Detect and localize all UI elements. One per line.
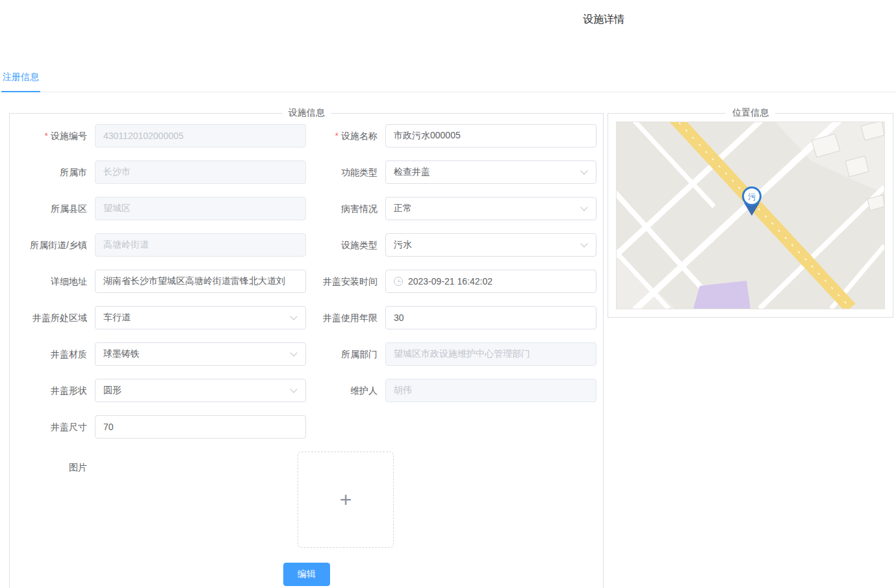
- cover-size-input[interactable]: 70: [95, 415, 306, 439]
- facility-info-panel: 设施信息 *设施编号4301120102000005所属市长沙市所属县区望城区所…: [9, 107, 604, 588]
- form-field-row: 井盖材质球墨铸铁: [10, 342, 306, 366]
- field-value: 70: [103, 422, 298, 432]
- field-value: 4301120102000005: [103, 131, 298, 141]
- street-input: 高塘岭街道: [95, 233, 306, 257]
- field-value: 胡伟: [394, 385, 588, 396]
- field-value: 长沙市: [103, 166, 298, 178]
- chevron-down-icon: [290, 349, 297, 356]
- field-value: 球墨铸铁: [103, 348, 286, 360]
- form-field-row: 井盖形状圆形: [10, 379, 306, 402]
- map-marker-label: 污: [748, 192, 756, 201]
- field-label: 病害情况: [306, 197, 385, 220]
- form-column-right: *设施名称市政污水000005功能类型检查井盖病害情况正常设施类型污水井盖安装时…: [306, 124, 597, 452]
- form-columns: *设施编号4301120102000005所属市长沙市所属县区望城区所属街道/乡…: [10, 119, 603, 452]
- chevron-down-icon: [290, 385, 297, 392]
- field-value: 2023-09-21 16:42:02: [408, 276, 588, 287]
- form-field-row: 所属部门望城区市政设施维护中心管理部门: [306, 342, 597, 366]
- facility-name-input[interactable]: 市政污水000005: [385, 124, 596, 147]
- facility-type-select[interactable]: 污水: [385, 233, 596, 257]
- form-field-row: 井盖所处区域车行道: [10, 306, 306, 329]
- field-label: 详细地址: [10, 270, 95, 293]
- page-header: 设施详情: [0, 0, 896, 68]
- facility-panel-title: 设施信息: [282, 107, 331, 119]
- facility-id-input: 4301120102000005: [95, 124, 306, 147]
- form-column-left: *设施编号4301120102000005所属市长沙市所属县区望城区所属街道/乡…: [10, 124, 306, 452]
- field-label: 图片: [10, 452, 95, 548]
- address-input[interactable]: 湖南省长沙市望城区高塘岭街道雷锋北大道刘: [95, 270, 306, 293]
- field-value: 车行道: [103, 312, 286, 324]
- facility-detail-page: 设施详情 注册信息 设施信息 *设施编号4301120102000005所属市长…: [0, 0, 896, 588]
- form-field-row: 病害情况正常: [306, 197, 597, 220]
- field-label: 井盖材质: [10, 342, 95, 366]
- department-input: 望城区市政设施维护中心管理部门: [385, 342, 596, 366]
- field-label: 所属市: [10, 160, 95, 184]
- field-value: 市政污水000005: [394, 130, 588, 142]
- chevron-down-icon: [290, 313, 297, 320]
- image-upload[interactable]: +: [298, 452, 394, 548]
- field-value: 湖南省长沙市望城区高塘岭街道雷锋北大道刘: [103, 275, 298, 287]
- form-field-row: *设施编号4301120102000005: [10, 124, 306, 147]
- chevron-down-icon: [580, 167, 587, 174]
- tab-bar: 注册信息: [0, 68, 896, 92]
- field-label: 设施类型: [306, 233, 385, 257]
- field-label: 井盖所处区域: [10, 306, 95, 329]
- field-label: 所属部门: [306, 342, 385, 366]
- field-value: 30: [394, 313, 588, 323]
- clock-icon: [394, 277, 403, 286]
- form-field-row: 所属县区望城区: [10, 197, 306, 220]
- disease-status-select[interactable]: 正常: [385, 197, 596, 220]
- field-label: 所属县区: [10, 197, 95, 220]
- required-asterisk: *: [45, 131, 48, 141]
- install-time-picker[interactable]: 2023-09-21 16:42:02: [385, 270, 596, 293]
- map-container[interactable]: 污: [616, 121, 885, 309]
- function-type-select[interactable]: 检查井盖: [385, 160, 596, 184]
- form-field-row: 设施类型污水: [306, 233, 597, 257]
- form-field-row: 维护人胡伟: [306, 379, 597, 402]
- field-value: 正常: [394, 203, 576, 214]
- county-input: 望城区: [95, 197, 306, 220]
- edit-button[interactable]: 编辑: [283, 563, 330, 586]
- field-label: 井盖尺寸: [10, 415, 95, 439]
- tab-registration-info[interactable]: 注册信息: [1, 68, 40, 92]
- field-value: 污水: [394, 239, 576, 251]
- actions-bar: 编辑: [10, 563, 603, 586]
- field-value: 望城区: [103, 203, 298, 214]
- form-field-row: 功能类型检查井盖: [306, 160, 597, 184]
- city-input: 长沙市: [95, 160, 306, 184]
- cover-material-select[interactable]: 球墨铸铁: [95, 342, 306, 366]
- image-upload-row: 图片 +: [10, 452, 603, 548]
- map-canvas[interactable]: 污: [617, 122, 884, 309]
- field-value: 检查井盖: [394, 166, 576, 178]
- form-field-row: 井盖尺寸70: [10, 415, 306, 439]
- page-title: 设施详情: [583, 13, 624, 27]
- form-field-row: 详细地址湖南省长沙市望城区高塘岭街道雷锋北大道刘: [10, 270, 306, 293]
- service-life-input[interactable]: 30: [385, 306, 596, 329]
- field-label: 井盖安装时间: [306, 270, 385, 293]
- chevron-down-icon: [580, 240, 587, 247]
- field-label: 维护人: [306, 379, 385, 402]
- field-label: *设施编号: [10, 124, 95, 147]
- required-asterisk: *: [335, 131, 339, 141]
- cover-shape-select[interactable]: 圆形: [95, 379, 306, 402]
- chevron-down-icon: [580, 203, 587, 211]
- field-label: 井盖形状: [10, 379, 95, 402]
- form-field-row: 所属街道/乡镇高塘岭街道: [10, 233, 306, 257]
- location-panel-title: 位置信息: [726, 107, 775, 119]
- plus-icon: +: [340, 489, 352, 510]
- form-field-row: *设施名称市政污水000005: [306, 124, 597, 147]
- content-area: 设施信息 *设施编号4301120102000005所属市长沙市所属县区望城区所…: [0, 92, 896, 588]
- field-label: 功能类型: [306, 160, 385, 184]
- form-field-row: 井盖安装时间2023-09-21 16:42:02: [306, 270, 597, 293]
- location-info-panel: 位置信息: [608, 107, 893, 318]
- maintainer-input: 胡伟: [385, 379, 596, 402]
- form-field-row: 所属市长沙市: [10, 160, 306, 184]
- field-label: 所属街道/乡镇: [10, 233, 95, 257]
- field-value: 高塘岭街道: [103, 239, 298, 251]
- form-field-row: 井盖使用年限30: [306, 306, 597, 329]
- field-label: *设施名称: [306, 124, 385, 147]
- field-value: 望城区市政设施维护中心管理部门: [394, 348, 588, 360]
- field-value: 圆形: [103, 385, 286, 396]
- cover-area-select[interactable]: 车行道: [95, 306, 306, 329]
- field-label: 井盖使用年限: [306, 306, 385, 329]
